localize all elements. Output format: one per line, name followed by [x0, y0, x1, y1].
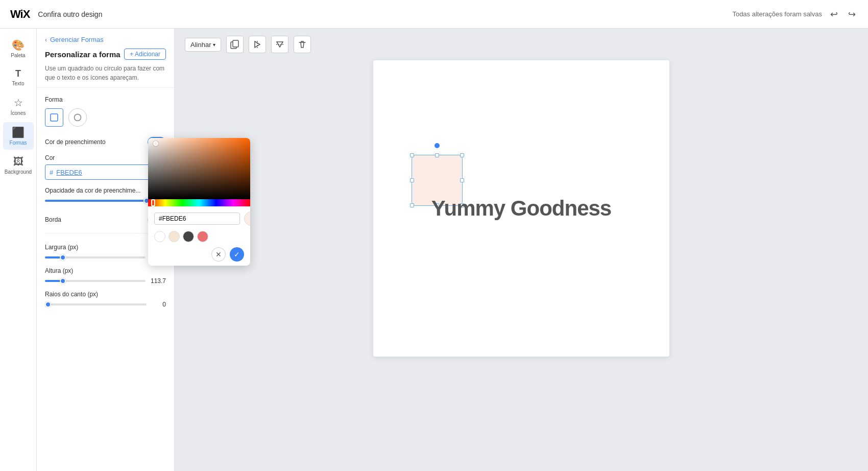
handle-tl[interactable]	[410, 153, 414, 157]
palette-icon: 🎨	[12, 39, 25, 51]
canvas-area: Alinhar ▾	[175, 29, 868, 471]
icones-icon: ☆	[14, 97, 23, 109]
altura-value: 113.7	[151, 277, 166, 285]
color-picker-popup: ✕ ✓	[148, 138, 250, 266]
hash-symbol: #	[50, 169, 53, 176]
circle-shape-option[interactable]	[68, 108, 87, 127]
sidebar-item-texto[interactable]: T Texto	[3, 64, 34, 90]
swatch-pink[interactable]	[197, 231, 208, 242]
svg-rect-0	[51, 114, 58, 121]
forma-section-label: Forma	[45, 96, 166, 103]
altura-slider[interactable]	[45, 280, 146, 282]
opacity-slider[interactable]	[45, 200, 147, 202]
gradient-thumb	[153, 141, 158, 146]
fill-color-label: Cor de preenchimento	[45, 138, 106, 146]
flip-v-icon	[275, 40, 284, 49]
undo-button[interactable]: ↩	[828, 7, 840, 22]
panel-back-label: Gerenciar Formas	[50, 36, 104, 43]
sidebar-item-palette[interactable]: 🎨 Paleta	[3, 35, 34, 62]
background-icon: 🖼	[13, 156, 23, 168]
swatch-white[interactable]	[154, 231, 165, 242]
panel-description: Use um quadrado ou círculo para fazer co…	[45, 64, 166, 82]
picker-actions: ✕ ✓	[154, 247, 244, 262]
color-hex-input[interactable]	[56, 169, 148, 176]
color-gradient-canvas[interactable]	[148, 138, 250, 199]
sidebar-icones-label: Ícones	[11, 110, 26, 116]
hue-thumb	[151, 199, 155, 206]
picker-confirm-button[interactable]: ✓	[230, 247, 244, 262]
rotate-handle[interactable]	[435, 143, 440, 148]
sidebar-item-formas[interactable]: ⬛ Formas	[3, 122, 34, 150]
sidebar-item-background[interactable]: 🖼 Background	[3, 152, 34, 179]
altura-row: Altura (px) 113.7	[45, 267, 166, 285]
handle-mr[interactable]	[460, 178, 464, 182]
canvas-shape[interactable]	[412, 155, 463, 206]
sidebar-formas-label: Formas	[10, 140, 27, 146]
topbar-saved-text: Todas alterações foram salvas	[732, 10, 822, 18]
back-chevron-icon: ‹	[45, 36, 47, 43]
panel-header: ‹ Gerenciar Formas Personalizar a forma …	[37, 29, 174, 88]
raios-slider-row: 0	[45, 301, 166, 308]
borda-label: Borda	[45, 216, 61, 223]
sidebar-item-icones[interactable]: ☆ Ícones	[3, 92, 34, 120]
align-label: Alinhar	[190, 41, 211, 49]
handle-ml[interactable]	[410, 178, 414, 182]
align-button[interactable]: Alinhar ▾	[185, 38, 221, 52]
picker-swatches	[154, 231, 244, 242]
raios-label: Raios do canto (px)	[45, 291, 166, 298]
delete-button[interactable]	[294, 36, 311, 53]
topbar: WiX Confira outro design Todas alteraçõe…	[0, 0, 868, 29]
raios-value: 0	[152, 301, 166, 308]
hue-bar[interactable]	[148, 199, 250, 206]
topbar-title: Confira outro design	[38, 10, 102, 18]
handle-tm[interactable]	[435, 153, 439, 157]
picker-color-preview	[244, 211, 250, 226]
topbar-right: Todas alterações foram salvas ↩ ↪	[732, 7, 858, 22]
wix-logo: WiX	[10, 8, 30, 21]
picker-hex-input[interactable]	[154, 213, 240, 225]
flip-h-icon	[253, 40, 262, 49]
square-shape-icon	[50, 113, 58, 122]
flip-v-button[interactable]	[271, 36, 288, 53]
panel-title-row: Personalizar a forma + Adicionar	[45, 49, 166, 60]
altura-label: Altura (px)	[45, 267, 166, 274]
shape-options	[45, 108, 166, 127]
picker-hex-row	[154, 211, 244, 226]
picker-bottom: ✕ ✓	[148, 206, 250, 266]
swatch-beige[interactable]	[168, 231, 180, 242]
largura-slider[interactable]	[45, 256, 146, 258]
svg-point-1	[75, 114, 81, 121]
panel-title: Personalizar a forma	[45, 50, 120, 59]
handle-bl[interactable]	[410, 203, 414, 207]
canvas-frame[interactable]: Yummy Goodness	[373, 60, 669, 357]
sidebar-background-label: Background	[5, 169, 32, 175]
sidebar-palette-label: Paleta	[11, 53, 25, 58]
duplicate-icon	[230, 40, 239, 49]
picker-cancel-button[interactable]: ✕	[211, 247, 226, 262]
sidebar-texto-label: Texto	[12, 81, 25, 86]
redo-button[interactable]: ↪	[846, 7, 858, 22]
svg-rect-3	[233, 40, 238, 47]
texto-icon: T	[15, 68, 21, 79]
altura-slider-row: 113.7	[45, 277, 166, 285]
canvas-toolbar: Alinhar ▾	[175, 29, 321, 60]
formas-icon: ⬛	[12, 126, 25, 138]
raios-slider[interactable]	[45, 303, 147, 305]
delete-icon	[298, 40, 307, 49]
left-sidebar: 🎨 Paleta T Texto ☆ Ícones ⬛ Formas 🖼 Bac…	[0, 29, 37, 471]
duplicate-button[interactable]	[226, 36, 244, 53]
circle-shape-icon	[74, 113, 82, 122]
add-button[interactable]: + Adicionar	[124, 49, 166, 60]
topbar-left: WiX Confira outro design	[10, 8, 102, 21]
handle-br[interactable]	[460, 203, 464, 207]
flip-h-button[interactable]	[249, 36, 266, 53]
square-shape-option[interactable]	[45, 108, 63, 127]
align-chevron-icon: ▾	[213, 42, 215, 48]
swatch-dark[interactable]	[183, 231, 194, 242]
panel-back-button[interactable]: ‹ Gerenciar Formas	[45, 36, 166, 43]
raios-row: Raios do canto (px) 0	[45, 291, 166, 308]
handle-tr[interactable]	[460, 153, 464, 157]
handle-bm[interactable]	[435, 203, 439, 207]
